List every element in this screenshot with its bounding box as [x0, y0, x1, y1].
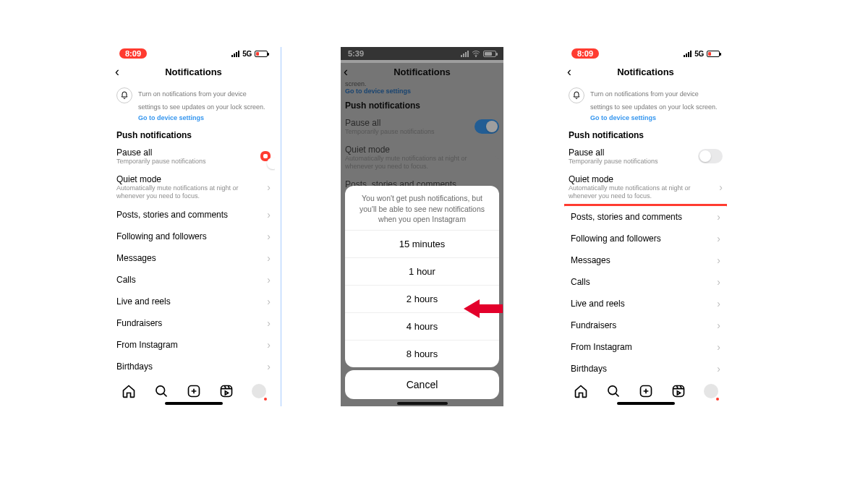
page-title: Notifications	[165, 67, 222, 77]
row-posts[interactable]: Posts, stories and comments›	[112, 204, 275, 226]
network-label: 5G	[694, 50, 704, 58]
search-icon[interactable]	[154, 384, 169, 398]
chevron-right-icon: ›	[267, 361, 271, 372]
notice-text: Turn on notifications from your device s…	[138, 90, 265, 111]
row-label: Following and followers	[116, 231, 207, 241]
chevron-right-icon: ›	[267, 296, 271, 307]
network-label: 5G	[242, 50, 252, 58]
profile-avatar[interactable]	[252, 384, 266, 398]
highlight-categories: Posts, stories and comments› Following a…	[564, 204, 727, 382]
row-posts[interactable]: Posts, stories and comments›	[566, 206, 725, 228]
cellular-icon	[231, 50, 239, 57]
create-icon[interactable]	[639, 384, 653, 398]
bell-icon	[116, 87, 132, 103]
chevron-right-icon: ›	[717, 341, 720, 353]
chevron-right-icon: ›	[267, 274, 271, 286]
profile-avatar[interactable]	[704, 384, 718, 398]
status-bar: 8:09 5G	[112, 47, 275, 60]
row-label: Live and reels	[116, 296, 171, 307]
chevron-right-icon: ›	[717, 233, 720, 244]
row-following[interactable]: Following and followers›	[112, 226, 275, 247]
row-birthdays[interactable]: Birthdays›	[112, 356, 275, 377]
quiet-mode-title: Quiet mode	[569, 174, 719, 184]
row-label: Calls	[116, 275, 136, 285]
page-title: Notifications	[617, 67, 674, 77]
row-label: Calls	[571, 277, 590, 287]
row-from-ig[interactable]: From Instagram›	[112, 334, 275, 356]
home-icon[interactable]	[122, 384, 136, 398]
chevron-right-icon: ›	[719, 181, 723, 193]
svg-rect-2	[221, 386, 231, 397]
row-messages[interactable]: Messages›	[566, 249, 725, 271]
pause-all-toggle[interactable]	[698, 149, 723, 163]
row-label: Messages	[116, 253, 156, 263]
status-time: 8:09	[119, 48, 147, 59]
bell-icon	[569, 87, 584, 103]
quiet-mode-row[interactable]: Quiet mode Automatically mute notificati…	[564, 170, 727, 205]
row-from-ig[interactable]: From Instagram›	[566, 336, 725, 358]
home-indicator	[165, 402, 223, 405]
row-label: Fundraisers	[571, 320, 616, 330]
option-8h[interactable]: 8 hours	[345, 340, 499, 367]
row-calls[interactable]: Calls›	[112, 269, 275, 291]
chevron-right-icon: ›	[717, 211, 720, 223]
reels-icon[interactable]	[219, 384, 234, 398]
device-settings-link[interactable]: Go to device settings	[138, 114, 271, 121]
header: ‹ Notifications	[112, 63, 275, 80]
pause-all-sub: Temporarily pause notifications	[116, 158, 206, 166]
row-live[interactable]: Live and reels›	[112, 291, 275, 312]
chevron-right-icon: ›	[267, 339, 271, 351]
section-header: Push notifications	[112, 124, 275, 143]
cellular-icon	[684, 50, 692, 57]
row-label: Posts, stories and comments	[571, 212, 682, 222]
notice-text: Turn on notifications from your device s…	[590, 90, 718, 111]
phone-right: 8:09 5G ‹ Notifications Turn on notifica…	[564, 47, 727, 406]
quiet-mode-row[interactable]: Quiet mode Automatically mute notificati…	[112, 170, 275, 205]
chevron-right-icon: ›	[717, 276, 720, 288]
row-label: Birthdays	[571, 364, 607, 374]
create-icon[interactable]	[187, 384, 201, 398]
row-fundraisers[interactable]: Fundraisers›	[112, 312, 275, 334]
highlight-pause-toggle	[260, 151, 271, 161]
pause-all-title: Pause all	[116, 147, 206, 158]
chevron-right-icon: ›	[267, 252, 271, 264]
row-label: Fundraisers	[116, 318, 162, 328]
chevron-right-icon: ›	[717, 298, 720, 309]
row-messages[interactable]: Messages›	[112, 247, 275, 269]
device-notice: Turn on notifications from your device s…	[112, 80, 275, 124]
row-label: Live and reels	[571, 299, 625, 309]
row-live[interactable]: Live and reels›	[566, 293, 725, 314]
phone-left: 8:09 5G ‹ Notifications Turn on notifica…	[112, 47, 275, 406]
row-label: Birthdays	[116, 361, 153, 372]
home-indicator	[397, 402, 448, 405]
chevron-right-icon: ›	[267, 317, 271, 329]
row-following[interactable]: Following and followers›	[566, 228, 725, 249]
cancel-button[interactable]: Cancel	[345, 370, 499, 399]
phone-middle: 5:39 ‹ Notifications screen. Go to devic…	[341, 47, 503, 406]
quiet-mode-sub: Automatically mute notifications at nigh…	[116, 184, 267, 200]
svg-point-4	[608, 386, 616, 395]
pause-all-sub: Temporarily pause notifications	[569, 158, 658, 166]
device-settings-link[interactable]: Go to device settings	[590, 114, 723, 121]
quiet-mode-sub: Automatically mute notifications at nigh…	[569, 184, 719, 200]
row-fundraisers[interactable]: Fundraisers›	[566, 314, 725, 336]
chevron-right-icon: ›	[717, 320, 720, 331]
back-icon[interactable]: ‹	[567, 65, 571, 78]
option-1h[interactable]: 1 hour	[345, 257, 499, 285]
status-time: 8:09	[571, 48, 599, 59]
row-label: From Instagram	[571, 342, 632, 352]
row-calls[interactable]: Calls›	[566, 271, 725, 293]
option-15m[interactable]: 15 minutes	[345, 230, 499, 257]
pause-all-title: Pause all	[569, 147, 658, 158]
svg-rect-6	[673, 386, 684, 397]
pause-duration-sheet: You won't get push notifications, but yo…	[345, 186, 499, 367]
divider	[281, 47, 281, 406]
chevron-right-icon: ›	[717, 363, 720, 374]
device-notice: Turn on notifications from your device s…	[564, 80, 727, 124]
reels-icon[interactable]	[671, 384, 686, 398]
home-icon[interactable]	[574, 384, 588, 398]
search-icon[interactable]	[606, 384, 621, 398]
svg-point-0	[156, 386, 164, 395]
back-icon[interactable]: ‹	[115, 65, 119, 78]
chevron-right-icon: ›	[267, 181, 271, 193]
